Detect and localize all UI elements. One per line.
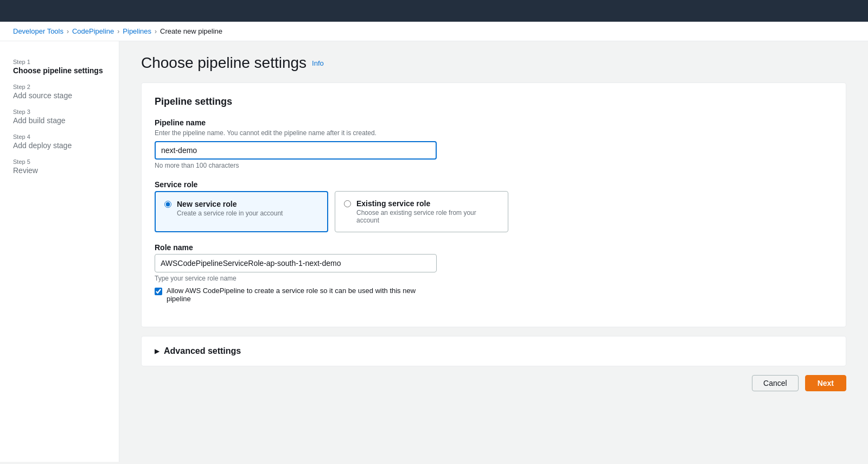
- step-5-label: Review: [13, 166, 106, 175]
- breadcrumb-developer-tools[interactable]: Developer Tools: [13, 27, 63, 35]
- next-button[interactable]: Next: [805, 375, 846, 391]
- allow-checkbox[interactable]: [155, 288, 162, 295]
- page-title-row: Choose pipeline settings Info: [141, 54, 846, 72]
- role-name-group: Role name Type your service role name Al…: [155, 243, 833, 303]
- advanced-settings-card: ▶ Advanced settings: [141, 336, 846, 366]
- breadcrumb-sep-2: ›: [117, 28, 119, 35]
- sidebar-step-1: Step 1 Choose pipeline settings: [0, 54, 119, 79]
- advanced-settings-header[interactable]: ▶ Advanced settings: [142, 336, 846, 366]
- step-4-number: Step 4: [13, 134, 106, 140]
- sidebar-step-3: Step 3 Add build stage: [0, 104, 119, 129]
- breadcrumb: Developer Tools › CodePipeline › Pipelin…: [0, 22, 868, 41]
- existing-service-role-desc: Choose an existing service role from you…: [356, 209, 499, 224]
- action-row: Cancel Next: [141, 375, 846, 391]
- role-name-hint: Type your service role name: [155, 275, 833, 282]
- service-role-label: Service role: [155, 180, 833, 189]
- triangle-icon: ▶: [155, 347, 159, 355]
- step-3-number: Step 3: [13, 109, 106, 115]
- step-4-label: Add deploy stage: [13, 141, 106, 150]
- step-2-number: Step 2: [13, 84, 106, 90]
- breadcrumb-sep-3: ›: [155, 28, 157, 35]
- card-title: Pipeline settings: [155, 96, 833, 107]
- service-role-group: Service role New service role Create a s…: [155, 180, 833, 232]
- existing-service-role-radio[interactable]: [344, 200, 351, 207]
- step-5-number: Step 5: [13, 158, 106, 165]
- role-name-input[interactable]: [155, 254, 437, 272]
- role-name-label: Role name: [155, 243, 833, 252]
- new-service-role-desc: Create a service role in your account: [177, 209, 283, 217]
- step-2-label: Add source stage: [13, 91, 106, 100]
- step-3-label: Add build stage: [13, 116, 106, 125]
- sidebar: Step 1 Choose pipeline settings Step 2 A…: [0, 41, 119, 462]
- pipeline-name-group: Pipeline name Enter the pipeline name. Y…: [155, 118, 833, 169]
- breadcrumb-codepipeline[interactable]: CodePipeline: [72, 27, 114, 35]
- allow-checkbox-label: Allow AWS CodePipeline to create a servi…: [167, 287, 427, 303]
- main-layout: Step 1 Choose pipeline settings Step 2 A…: [0, 41, 868, 462]
- pipeline-settings-card: Pipeline settings Pipeline name Enter th…: [141, 82, 846, 327]
- new-service-role-content: New service role Create a service role i…: [177, 200, 283, 217]
- breadcrumb-pipelines[interactable]: Pipelines: [123, 27, 151, 35]
- advanced-settings-title: Advanced settings: [164, 346, 241, 356]
- existing-service-role-content: Existing service role Choose an existing…: [356, 199, 499, 224]
- breadcrumb-sep-1: ›: [67, 28, 69, 35]
- info-link[interactable]: Info: [312, 59, 324, 67]
- sidebar-step-4: Step 4 Add deploy stage: [0, 129, 119, 154]
- pipeline-name-hint: No more than 100 characters: [155, 162, 833, 169]
- existing-service-role-card[interactable]: Existing service role Choose an existing…: [335, 191, 508, 232]
- step-1-label: Choose pipeline settings: [13, 66, 106, 75]
- service-role-options: New service role Create a service role i…: [155, 191, 833, 232]
- sidebar-step-5: Step 5 Review: [0, 154, 119, 179]
- allow-checkbox-row: Allow AWS CodePipeline to create a servi…: [155, 287, 833, 303]
- new-service-role-card[interactable]: New service role Create a service role i…: [155, 191, 328, 232]
- content-area: Choose pipeline settings Info Pipeline s…: [119, 41, 868, 462]
- step-1-number: Step 1: [13, 59, 106, 65]
- existing-service-role-title: Existing service role: [356, 199, 499, 208]
- page-title: Choose pipeline settings: [141, 54, 307, 72]
- pipeline-name-label: Pipeline name: [155, 118, 833, 127]
- pipeline-name-input[interactable]: [155, 141, 437, 160]
- new-service-role-radio[interactable]: [164, 201, 171, 208]
- cancel-button[interactable]: Cancel: [752, 375, 799, 391]
- sidebar-step-2: Step 2 Add source stage: [0, 79, 119, 104]
- breadcrumb-current: Create new pipeline: [160, 27, 222, 35]
- top-bar: [0, 0, 868, 22]
- pipeline-name-desc: Enter the pipeline name. You cannot edit…: [155, 129, 833, 137]
- new-service-role-title: New service role: [177, 200, 283, 208]
